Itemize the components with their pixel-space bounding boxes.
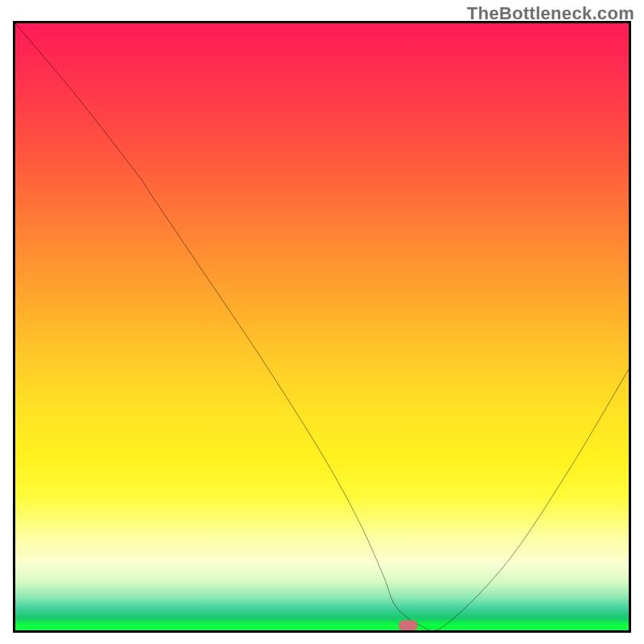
bottleneck-curve	[15, 23, 629, 630]
plot-frame	[13, 21, 631, 633]
watermark-text: TheBottleneck.com	[467, 3, 634, 24]
chart-container: TheBottleneck.com	[0, 0, 644, 644]
optimal-point-marker	[398, 620, 418, 630]
